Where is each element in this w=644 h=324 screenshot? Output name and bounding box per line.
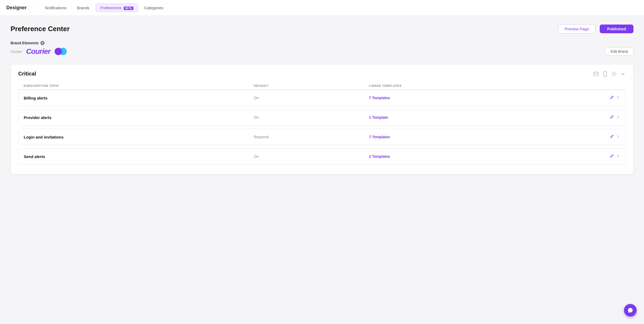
section-icons <box>593 71 626 77</box>
linked-templates-3: 2 Templates <box>369 154 599 159</box>
row-actions-2 <box>599 134 620 140</box>
page-title: Preference Center <box>11 25 70 33</box>
table-row: Provider alerts On 1 Template <box>18 109 626 126</box>
default-val-1: On <box>254 115 369 120</box>
brand-logo <box>55 48 67 55</box>
nav-item-preferences[interactable]: Preferences BETA <box>96 4 138 12</box>
nav-item-brands[interactable]: Brands <box>73 4 94 12</box>
help-icon[interactable]: ? <box>40 41 45 45</box>
page-content: Preference Center Preview Page Published… <box>0 16 644 189</box>
svg-point-3 <box>613 73 615 75</box>
row-actions-1 <box>599 115 620 120</box>
table-row: Send alerts On 2 Templates <box>18 148 626 165</box>
brand-section: Brand Elements ? Courier Courier Edit Br… <box>11 41 633 56</box>
svg-rect-0 <box>594 72 598 76</box>
nav-arrow-2[interactable] <box>616 134 620 140</box>
nav-arrow-1[interactable] <box>616 115 620 120</box>
default-val-3: On <box>254 154 369 159</box>
section-header: Critical <box>18 71 626 77</box>
table-header: SUBSCRIPTION TOPIC DEFAULT LINKED TEMPLA… <box>18 82 626 90</box>
settings-icon[interactable] <box>611 71 617 77</box>
critical-section-card: Critical <box>11 64 633 174</box>
row-actions-3 <box>599 154 620 159</box>
edit-icon-3[interactable] <box>610 154 614 159</box>
published-button[interactable]: Published <box>600 25 633 33</box>
edit-icon-2[interactable] <box>610 134 614 140</box>
col-header-default: DEFAULT <box>254 84 369 87</box>
svg-point-2 <box>605 75 605 76</box>
nav-items: Notifications Brands Preferences BETA Ca… <box>41 4 167 12</box>
logo-circle-left <box>55 48 62 55</box>
linked-templates-0: 7 Templates <box>369 96 599 100</box>
subscription-table: Billing alerts On 7 Templates Provider a… <box>18 90 626 165</box>
brand-name: Courier <box>26 47 51 56</box>
app-logo: Designer <box>6 5 34 11</box>
brand-label: Courier <box>11 50 22 54</box>
edit-icon-0[interactable] <box>610 95 614 101</box>
linked-templates-2: 7 Templates <box>369 135 599 139</box>
email-icon[interactable] <box>593 71 599 77</box>
nav-item-categories[interactable]: Categories <box>140 4 168 12</box>
col-header-actions <box>599 84 621 87</box>
page-header: Preference Center Preview Page Published <box>11 24 633 34</box>
preview-page-button[interactable]: Preview Page <box>558 24 596 34</box>
col-header-templates: LINKED TEMPLATES <box>369 84 599 87</box>
brand-row: Courier Courier Edit Brand <box>11 47 633 56</box>
mobile-icon[interactable] <box>602 71 608 77</box>
beta-badge: BETA <box>124 7 133 10</box>
topic-name-2: Login and invitations <box>24 135 254 139</box>
edit-icon-1[interactable] <box>610 115 614 120</box>
default-val-0: On <box>254 96 369 100</box>
table-row: Login and invitations Required 7 Templat… <box>18 129 626 145</box>
collapse-icon[interactable] <box>620 71 626 77</box>
nav-arrow-3[interactable] <box>616 154 620 159</box>
nav-arrow-0[interactable] <box>616 95 620 101</box>
default-val-2: Required <box>254 135 369 139</box>
edit-brand-button[interactable]: Edit Brand <box>605 47 633 55</box>
nav-item-notifications[interactable]: Notifications <box>41 4 71 12</box>
brand-elements-header: Brand Elements ? <box>11 41 633 45</box>
table-row: Billing alerts On 7 Templates <box>18 90 626 106</box>
topic-name-3: Send alerts <box>24 154 254 159</box>
top-nav: Designer Notifications Brands Preference… <box>0 0 644 16</box>
header-actions: Preview Page Published <box>558 24 633 34</box>
topic-name-1: Provider alerts <box>24 115 254 120</box>
col-header-topic: SUBSCRIPTION TOPIC <box>23 84 254 87</box>
section-title: Critical <box>18 71 36 77</box>
brand-left: Courier Courier <box>11 47 67 56</box>
row-actions-0 <box>599 95 620 101</box>
topic-name-0: Billing alerts <box>24 96 254 100</box>
linked-templates-1: 1 Template <box>369 115 599 120</box>
